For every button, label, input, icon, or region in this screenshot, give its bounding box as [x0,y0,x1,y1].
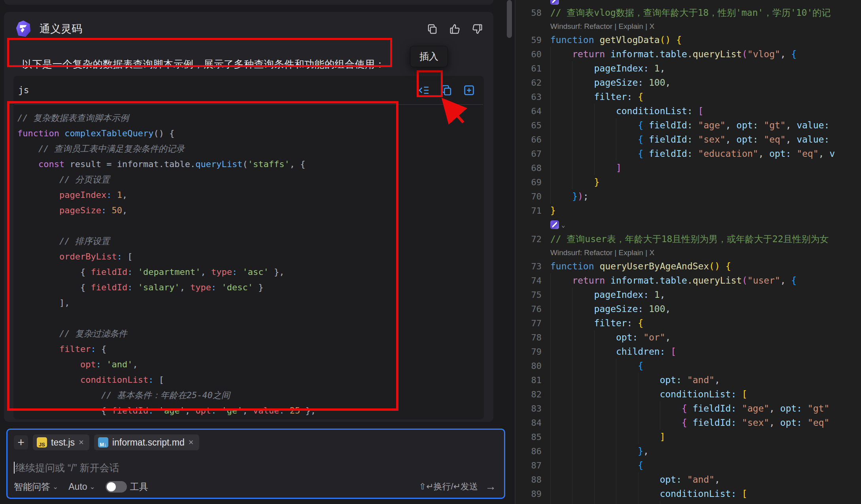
message-input[interactable]: 继续提问或 “/” 新开会话 [14,461,498,475]
line-number: 85 [515,432,542,442]
code-line [17,218,484,233]
code-line: ], [17,295,484,310]
send-button[interactable]: → [485,480,496,493]
context-chip-testjs[interactable]: JS test.js × [33,434,89,450]
line-number: 87 [515,461,542,470]
model-label: Auto [68,481,87,492]
code-line [17,310,484,326]
line-number: 83 [515,404,542,414]
code-line: // 复杂过滤条件 [17,326,484,341]
line-number: 72 [515,234,542,244]
model-dropdown[interactable]: Auto ⌄ [68,481,95,492]
editor-code-line: 66{ fieldId: "sex", opt: "eq", value: [515,132,861,147]
code-block-header: js [13,76,484,104]
tools-label: 工具 [130,481,148,493]
editor-code-line: 71} [515,203,861,218]
editor-code-line: 90{ fieldId: "age", opt: "gt" [515,501,861,504]
line-number: 71 [515,206,542,216]
editor-code-line: 61pageIndex: 1, [515,61,861,75]
insert-into-editor-icon[interactable] [418,84,430,96]
line-number: 66 [515,135,542,145]
code-line: function complexTableQuery() { [17,126,484,141]
line-number: 61 [515,64,542,73]
editor-code-line: 60return informat.table.queryList("vlog"… [515,47,861,61]
code-line: conditionList: [ [17,372,484,387]
previous-message-card-edge [4,0,493,5]
windsurf-codelens-actions[interactable]: Windsurf: Refactor | Explain | X [550,248,654,257]
thumbs-up-icon[interactable] [449,23,461,35]
copy-response-icon[interactable] [427,23,438,35]
add-file-icon[interactable] [463,84,475,96]
editor-code-line: 69} [515,175,861,189]
editor-code-line: 73function queryUserByAgeAndSex() { [515,259,861,273]
thumbs-down-icon[interactable] [472,23,483,35]
context-chip-informat-script[interactable]: M↓ informat.script.md × [94,434,199,450]
code-line: pageIndex: 1, [17,187,484,203]
close-icon[interactable]: × [79,437,84,448]
chevron-down-icon[interactable]: ⌄ [561,221,565,229]
line-number: 81 [515,375,542,385]
line-number: 74 [515,276,542,286]
line-number: 60 [515,49,542,59]
code-line: filter: { [17,341,484,357]
editor-code-line: 89conditionList: [ [515,487,861,501]
windsurf-codelens-actions[interactable]: Windsurf: Refactor | Explain | X [550,22,654,31]
line-number: 62 [515,78,542,88]
line-number: 65 [515,120,542,130]
editor-code-line: 76pageSize: 100, [515,302,861,316]
toggle-knob [107,482,116,491]
tongyi-inline-icon[interactable] [550,220,559,229]
editor-code-line: 87{ [515,458,861,472]
code-line: { fieldId: 'age', opt: 'le', value: 40 } [17,418,484,419]
chat-input-box[interactable]: + JS test.js × M↓ informat.script.md × 继… [6,429,505,499]
markdown-file-icon: M↓ [98,437,108,448]
send-shortcut-hint: ⇧↵换行/↵发送 [419,481,478,493]
insert-tooltip: 插入 [410,46,448,67]
line-number: 79 [515,347,542,357]
editor-code-line: 70}); [515,189,861,203]
context-chips-row: + JS test.js × M↓ informat.script.md × [14,434,498,450]
line-number: 59 [515,35,542,45]
line-number: 64 [515,106,542,116]
editor-code-line: 81opt: "and", [515,373,861,387]
chat-scrollbar-thumb[interactable] [507,0,512,38]
editor-code-line: 82conditionList: [ [515,387,861,401]
editor-code-line: 86}, [515,444,861,458]
editor-code-line: 59function getVlogData() { [515,33,861,47]
line-number: 67 [515,149,542,159]
inline-ai-row: ⌄ [515,218,861,232]
assistant-message-card: 通义灵码 以下是一个复杂的数据表查询脚本示例，展示了多种查询条件和功能的组合使用… [4,12,493,422]
close-icon[interactable]: × [189,437,194,448]
code-line: const result = informat.table.queryList(… [17,156,484,172]
editor-code-line: 62pageSize: 100, [515,75,861,90]
editor-code-line: 85] [515,430,861,444]
line-number: 73 [515,261,542,271]
line-number: 86 [515,446,542,456]
clipped-inline-ai-icon-row [515,0,861,6]
copy-code-icon[interactable] [440,84,453,96]
text-cursor [14,462,15,474]
line-number: 75 [515,290,542,300]
tools-toggle[interactable] [106,481,127,493]
code-line: // 基本条件：年龄在25-40之间 [17,387,484,403]
add-context-button[interactable]: + [14,435,28,449]
context-chip-label: informat.script.md [112,437,185,448]
input-placeholder: 继续提问或 “/” 新开会话 [15,461,119,474]
editor-code-line: 78opt: "or", [515,330,861,344]
line-number: 77 [515,318,542,328]
ide-window: 通义灵码 以下是一个复杂的数据表查询脚本示例，展示了多种查询条件和功能的组合使用… [0,0,861,504]
editor-code-line: 75pageIndex: 1, [515,288,861,302]
line-number: 82 [515,389,542,399]
code-language-label: js [18,85,29,95]
ai-chat-panel: 通义灵码 以下是一个复杂的数据表查询脚本示例，展示了多种查询条件和功能的组合使用… [0,0,515,504]
line-number: 63 [515,92,542,102]
mode-dropdown[interactable]: 智能问答 ⌄ [14,481,58,493]
line-number: 68 [515,163,542,173]
plus-icon: + [17,436,25,448]
code-editor[interactable]: 58// 查询表vlog数据，查询年龄大于18，性别'man'，学历'10'的记… [515,0,861,504]
line-number: 84 [515,418,542,428]
editor-code-line: 79children: [ [515,344,861,359]
line-number: 80 [515,361,542,371]
editor-code-line: 84{ fieldId: "sex", opt: "eq" [515,416,861,430]
code-line: // 排序设置 [17,233,484,249]
